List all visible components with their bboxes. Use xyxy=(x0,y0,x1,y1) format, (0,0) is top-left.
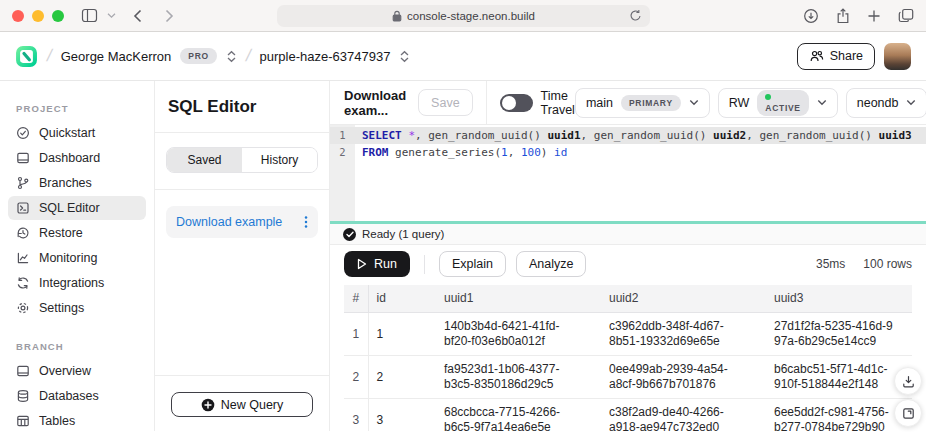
address-bar[interactable]: console-stage.neon.build xyxy=(277,5,650,27)
share-page-icon[interactable] xyxy=(836,8,850,24)
reload-icon[interactable] xyxy=(629,9,642,24)
explain-button[interactable]: Explain xyxy=(439,251,506,277)
minimize-window-icon[interactable] xyxy=(32,10,44,22)
saved-query-item[interactable]: Download example xyxy=(166,206,318,238)
zoom-window-icon[interactable] xyxy=(52,10,64,22)
close-window-icon[interactable] xyxy=(12,10,24,22)
time-travel-toggle[interactable] xyxy=(500,94,533,112)
sql-code-editor[interactable]: 1 SELECT *, gen_random_uuid() uuid1, gen… xyxy=(330,125,926,221)
project-name[interactable]: purple-haze-63747937 xyxy=(260,49,391,64)
column-header-uuid3[interactable]: uuid3 xyxy=(766,285,912,313)
expand-results-button[interactable] xyxy=(894,399,922,427)
sidebar-item-monitoring[interactable]: Monitoring xyxy=(8,246,146,270)
plan-badge: PRO xyxy=(180,48,217,64)
sidebar: PROJECT Quickstart Dashboard Branches SQ… xyxy=(0,81,155,431)
sidebar-item-branches[interactable]: Branches xyxy=(8,171,146,195)
editor-toolbar: Download exam... Save Time Travel main P… xyxy=(330,81,926,125)
url-text: console-stage.neon.build xyxy=(407,10,535,22)
branch-section-label: BRANCH xyxy=(8,333,146,359)
row-index: 1 xyxy=(344,313,368,356)
chevron-down-icon xyxy=(689,99,699,106)
sidebar-item-label: Restore xyxy=(39,226,83,240)
neon-logo[interactable] xyxy=(15,45,38,68)
sidebar-item-overview[interactable]: Overview xyxy=(8,359,146,383)
account-name[interactable]: George MacKerron xyxy=(61,49,172,64)
chevron-down-icon xyxy=(817,99,827,106)
tab-history[interactable]: History xyxy=(242,148,317,172)
branch-selector[interactable]: main PRIMARY xyxy=(575,88,710,118)
breadcrumb-separator: / xyxy=(45,46,54,66)
user-avatar[interactable] xyxy=(884,43,911,70)
cell-uuid3: 27d1f2fa-5235-416d-997a-6b29c5e14cc9 xyxy=(766,313,912,356)
panel-title: SQL Editor xyxy=(155,81,329,133)
window-controls xyxy=(12,10,64,22)
analyze-button[interactable]: Analyze xyxy=(516,251,586,277)
saved-query-label: Download example xyxy=(176,215,282,229)
sidebar-item-sql-editor[interactable]: SQL Editor xyxy=(8,196,146,220)
database-value: neondb xyxy=(857,96,899,110)
chevron-down-icon xyxy=(906,99,916,106)
new-tab-icon[interactable] xyxy=(867,9,881,23)
new-query-button[interactable]: New Query xyxy=(171,392,313,417)
compute-selector[interactable]: RW ACTIVE xyxy=(718,88,838,118)
check-circle-icon xyxy=(16,126,30,140)
database-icon xyxy=(16,389,30,403)
share-button[interactable]: Share xyxy=(797,43,875,70)
panel-footer: New Query xyxy=(155,375,329,431)
sidebar-item-settings[interactable]: Settings xyxy=(8,296,146,320)
sidebar-item-databases[interactable]: Databases xyxy=(8,384,146,408)
run-label: Run xyxy=(374,257,397,271)
code-line-1[interactable]: 1 SELECT *, gen_random_uuid() uuid1, gen… xyxy=(330,127,926,144)
browser-actions xyxy=(803,8,914,24)
project-section-label: PROJECT xyxy=(8,95,146,121)
download-results-button[interactable] xyxy=(894,367,922,395)
toggle-knob xyxy=(502,96,516,110)
chevron-down-icon[interactable] xyxy=(107,12,116,19)
sidebar-item-tables[interactable]: Tables xyxy=(8,409,146,431)
gear-icon xyxy=(16,301,30,315)
cell-uuid2: c38f2ad9-de40-4266-a918-ae947c732ed0 xyxy=(601,399,766,432)
line-number: 1 xyxy=(330,127,355,144)
floating-actions xyxy=(894,367,922,427)
table-row[interactable]: 3 3 68ccbcca-7715-4266-b6c5-9f7a14ea6e5e… xyxy=(344,399,912,432)
browser-toolbar: console-stage.neon.build xyxy=(0,0,926,32)
browser-forward-icon[interactable] xyxy=(165,9,174,23)
browser-sidebar-icon[interactable] xyxy=(81,8,98,23)
branch-badge: PRIMARY xyxy=(621,95,681,111)
table-row[interactable]: 2 2 fa9523d1-1b06-4377-b3c5-8350186d29c5… xyxy=(344,356,912,399)
column-header-uuid2[interactable]: uuid2 xyxy=(601,285,766,313)
code-line-2[interactable]: 2 FROM generate_series(1, 100) id xyxy=(330,144,926,161)
sql-editor-icon xyxy=(16,201,30,215)
editor-area: Download exam... Save Time Travel main P… xyxy=(330,81,926,431)
lock-icon xyxy=(392,10,402,22)
queries-panel: SQL Editor Saved History Download exampl… xyxy=(155,81,330,431)
run-button[interactable]: Run xyxy=(344,251,410,277)
kebab-menu-icon[interactable] xyxy=(304,215,308,229)
cell-uuid1: 68ccbcca-7715-4266-b6c5-9f7a14ea6e5e xyxy=(436,399,601,432)
window-icon xyxy=(16,151,30,165)
code-line-content: FROM generate_series(1, 100) id xyxy=(355,144,567,161)
sidebar-item-quickstart[interactable]: Quickstart xyxy=(8,121,146,145)
active-status-dot xyxy=(765,94,771,100)
sidebar-item-dashboard[interactable]: Dashboard xyxy=(8,146,146,170)
database-selector[interactable]: neondb xyxy=(846,88,926,118)
query-duration: 35ms xyxy=(816,257,845,271)
tab-saved[interactable]: Saved xyxy=(167,148,242,172)
cell-id: 1 xyxy=(368,313,436,356)
tab-overview-icon[interactable] xyxy=(898,8,914,23)
sidebar-item-label: Branches xyxy=(39,176,92,190)
context-selectors: main PRIMARY RW ACTIVE neondb xyxy=(575,88,926,118)
column-header-id[interactable]: id xyxy=(368,285,436,313)
browser-back-icon[interactable] xyxy=(133,9,142,23)
account-switcher-icon[interactable] xyxy=(226,50,237,63)
table-row[interactable]: 1 1 140b3b4d-6421-41fd-bf20-f03e6b0a012f… xyxy=(344,313,912,356)
project-switcher-icon[interactable] xyxy=(399,50,410,63)
column-header-uuid1[interactable]: uuid1 xyxy=(436,285,601,313)
save-button[interactable]: Save xyxy=(418,89,473,116)
sidebar-item-label: Quickstart xyxy=(39,126,95,140)
saved-history-tabs: Saved History xyxy=(166,147,318,173)
downloads-icon[interactable] xyxy=(803,8,819,24)
column-header-index[interactable]: # xyxy=(344,285,368,313)
sidebar-item-restore[interactable]: Restore xyxy=(8,221,146,245)
sidebar-item-integrations[interactable]: Integrations xyxy=(8,271,146,295)
